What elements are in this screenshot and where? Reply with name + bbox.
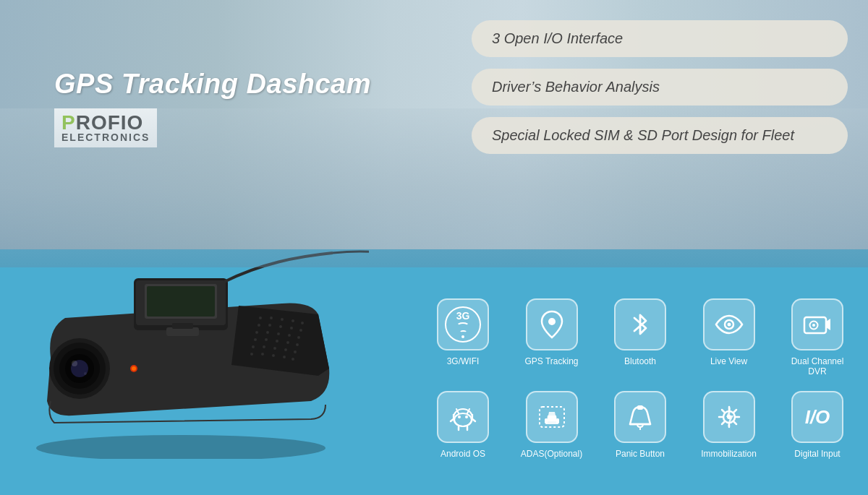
svg-point-8 (279, 325, 282, 328)
svg-point-17 (265, 338, 268, 341)
svg-point-16 (254, 338, 257, 341)
digital-label: Digital Input (794, 449, 840, 459)
svg-rect-65 (545, 418, 548, 423)
icons-row-2: Android OS AD (427, 391, 854, 459)
svg-point-46 (548, 318, 556, 325)
svg-point-15 (297, 336, 300, 339)
feature-live-view: Live View (693, 298, 765, 376)
svg-point-13 (277, 332, 280, 335)
pill-2: Driver’s Behavior Analysis (472, 69, 848, 106)
feature-gps: GPS Tracking (516, 298, 588, 376)
3g-wifi-icon-box: 3G (437, 298, 489, 350)
svg-point-43 (132, 366, 136, 371)
svg-point-3 (281, 318, 284, 321)
svg-point-23 (273, 347, 276, 350)
svg-point-19 (286, 341, 289, 344)
feature-android: Android OS (427, 391, 499, 459)
3g-wifi-label: 3G/WIFI (447, 356, 480, 366)
dvr-icon-box (791, 298, 843, 350)
gps-label: GPS Tracking (524, 356, 578, 366)
svg-point-1 (259, 317, 262, 319)
svg-line-78 (722, 422, 725, 425)
main-title: GPS Tracking Dashcam (54, 69, 371, 100)
dvr-label: Dual Channel DVR (785, 356, 850, 376)
digital-icon-box: I/O (791, 391, 843, 443)
svg-point-25 (294, 350, 297, 353)
dashcam-svg (7, 242, 369, 459)
svg-rect-55 (454, 413, 472, 426)
immob-label: Immobilization (701, 449, 757, 459)
svg-point-2 (270, 317, 273, 319)
svg-point-9 (290, 327, 293, 330)
svg-point-7 (268, 324, 271, 327)
bluetooth-icon-box (614, 298, 666, 350)
live-view-label: Live View (710, 356, 747, 366)
svg-point-6 (258, 324, 260, 327)
svg-point-22 (263, 345, 265, 348)
svg-point-24 (284, 348, 287, 351)
adas-icon-box (526, 391, 578, 443)
eye-icon (713, 309, 745, 340)
svg-line-77 (733, 410, 736, 413)
svg-point-48 (727, 323, 731, 327)
svg-point-20 (296, 343, 299, 346)
svg-point-27 (261, 353, 264, 356)
svg-rect-45 (172, 323, 193, 329)
svg-point-26 (250, 353, 253, 356)
feature-panic: Panic Button (604, 391, 676, 459)
svg-point-12 (266, 331, 269, 334)
svg-point-30 (292, 358, 294, 361)
android-icon-box (437, 391, 489, 443)
svg-point-11 (255, 331, 258, 334)
dashcam-image (7, 242, 369, 459)
feature-adas: ADAS(Optional) (516, 391, 588, 459)
feature-immob: Immobilization (693, 391, 765, 459)
pill-3: Special Locked SIM & SD Port Design for … (472, 117, 848, 154)
feature-digital: I/O Digital Input (781, 391, 854, 459)
svg-point-28 (272, 354, 275, 357)
svg-point-14 (288, 334, 291, 337)
panic-icon-box (614, 391, 666, 443)
svg-line-75 (722, 410, 725, 413)
live-view-icon-box (703, 298, 755, 350)
svg-point-4 (292, 319, 294, 322)
immob-icon (713, 401, 745, 433)
panic-label: Panic Button (616, 449, 665, 459)
android-icon (447, 401, 479, 433)
svg-point-0 (36, 435, 326, 459)
svg-point-10 (299, 329, 302, 332)
adas-label: ADAS(Optional) (521, 449, 582, 459)
gps-icon-box (526, 298, 578, 350)
pill-2-text: Driver’s Behavior Analysis (492, 79, 660, 95)
svg-rect-66 (556, 418, 559, 423)
android-label: Android OS (441, 449, 485, 459)
panic-icon (624, 401, 656, 433)
svg-point-5 (301, 322, 304, 324)
svg-rect-34 (147, 286, 215, 317)
adas-icon (536, 401, 568, 433)
svg-point-57 (465, 416, 468, 418)
feature-3g-wifi: 3G 3G/WIFI (427, 298, 499, 376)
bluetooth-icon (624, 309, 656, 340)
page-container: GPS Tracking Dashcam PROFIO ELECTRONICS (0, 0, 868, 495)
svg-point-18 (276, 340, 278, 343)
io-icon: I/O (805, 406, 830, 429)
icons-row-1: 3G 3G/WIFI (427, 298, 854, 376)
pill-1: 3 Open I/O Interface (472, 20, 848, 57)
pill-3-text: Special Locked SIM & SD Port Design for … (492, 127, 794, 143)
icons-grid: 3G 3G/WIFI (427, 298, 854, 473)
svg-point-56 (458, 416, 461, 418)
svg-point-21 (252, 345, 255, 348)
feature-dvr: Dual Channel DVR (781, 298, 854, 376)
feature-pills-panel: 3 Open I/O Interface Driver’s Behavior A… (472, 20, 848, 165)
svg-point-40 (72, 361, 77, 366)
pill-1-text: 3 Open I/O Interface (492, 30, 623, 46)
feature-bluetooth: Blutooth (604, 298, 676, 376)
svg-point-41 (84, 372, 87, 375)
immob-icon-box (703, 391, 755, 443)
svg-point-29 (283, 356, 286, 358)
3g-wifi-icon: 3G (445, 306, 481, 343)
bluetooth-label: Blutooth (624, 356, 656, 366)
svg-point-51 (812, 324, 815, 327)
camera-icon (801, 309, 833, 340)
